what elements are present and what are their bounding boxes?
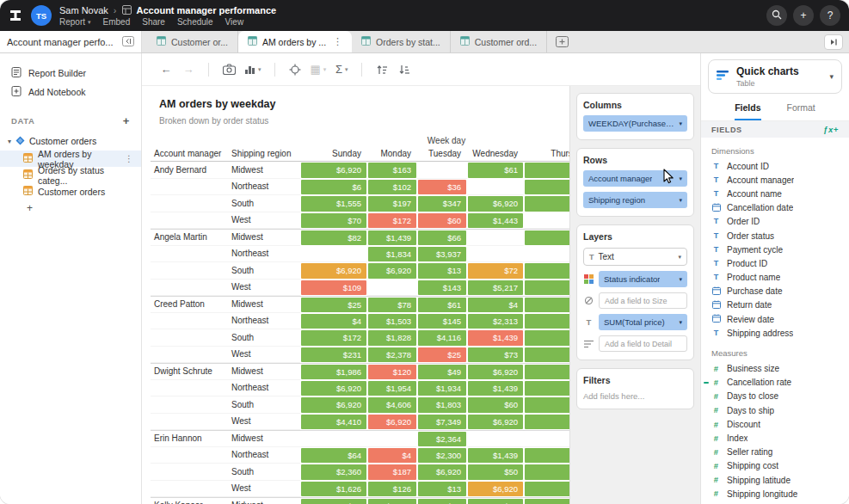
- value-cell[interactable]: [300, 246, 367, 263]
- undo-button[interactable]: ←: [156, 59, 176, 80]
- value-cell[interactable]: $6,920: [468, 196, 523, 212]
- filters-drop-zone[interactable]: Add fields here...: [583, 391, 687, 401]
- value-cell[interactable]: $6,920: [301, 163, 366, 178]
- measure-days-to-close[interactable]: #Days to close: [701, 390, 849, 403]
- sidebar-item-orders-by-status[interactable]: Orders by status categ...: [0, 167, 141, 183]
- value-cell[interactable]: $143: [418, 280, 466, 296]
- add-sheet-button[interactable]: +: [0, 200, 141, 214]
- value-cell[interactable]: [524, 212, 569, 230]
- drill-button[interactable]: [285, 59, 305, 80]
- value-cell[interactable]: [525, 280, 569, 296]
- chart-type-button[interactable]: ▾: [241, 59, 265, 80]
- value-cell[interactable]: [525, 365, 569, 379]
- redo-button[interactable]: →: [178, 59, 199, 80]
- value-cell[interactable]: $5,217: [468, 280, 523, 296]
- value-cell[interactable]: $1,439: [368, 230, 416, 245]
- item-menu-icon[interactable]: ⋮: [125, 154, 133, 163]
- value-cell[interactable]: $61: [418, 298, 466, 312]
- value-cell[interactable]: [467, 179, 524, 196]
- value-cell[interactable]: $163: [368, 163, 416, 178]
- value-cell[interactable]: $6,920: [468, 415, 523, 430]
- report-builder-item[interactable]: Report Builder: [0, 64, 141, 83]
- menu-report[interactable]: Report▾: [59, 18, 91, 27]
- tab-menu-icon[interactable]: ⋮: [333, 36, 342, 47]
- value-cell[interactable]: $1,443: [468, 213, 523, 229]
- workspace-avatar[interactable]: TS: [31, 5, 52, 26]
- menu-share[interactable]: Share: [142, 18, 165, 27]
- column-header-tuesday[interactable]: Tuesday: [417, 149, 467, 158]
- value-cell[interactable]: $4,410: [301, 415, 366, 430]
- value-cell[interactable]: $145: [418, 314, 466, 329]
- tab-customer-orders-1[interactable]: Customer or...: [147, 31, 238, 52]
- value-cell[interactable]: $2,364: [418, 432, 466, 446]
- measure-shipping-cost[interactable]: #Shipping cost: [701, 459, 849, 473]
- menu-view[interactable]: View: [225, 18, 244, 27]
- value-cell[interactable]: $1,954: [368, 381, 416, 396]
- value-cell[interactable]: [525, 263, 569, 279]
- value-cell[interactable]: $82: [301, 230, 366, 245]
- expand-panel-button[interactable]: [824, 34, 843, 50]
- value-cell[interactable]: [525, 330, 569, 346]
- value-cell[interactable]: $72: [468, 263, 523, 279]
- value-cell[interactable]: $73: [468, 347, 523, 363]
- dimension-account-id[interactable]: TAccount ID: [701, 159, 849, 173]
- value-cell[interactable]: $1,555: [301, 196, 366, 212]
- tab-format[interactable]: Format: [787, 102, 815, 120]
- value-cell[interactable]: $36: [418, 180, 466, 195]
- value-cell[interactable]: $126: [368, 482, 416, 497]
- value-cell[interactable]: $64: [301, 448, 366, 464]
- value-cell[interactable]: [525, 397, 569, 413]
- search-button[interactable]: [766, 5, 787, 26]
- value-cell[interactable]: $2,378: [368, 347, 416, 363]
- value-cell[interactable]: [525, 499, 569, 504]
- dimension-order-status[interactable]: TOrder status: [701, 229, 849, 243]
- help-button[interactable]: ?: [820, 5, 840, 26]
- measure-seller-rating[interactable]: #Seller rating: [701, 446, 849, 459]
- row-header-account-manager[interactable]: Account manager: [151, 149, 228, 158]
- value-cell[interactable]: [300, 431, 367, 447]
- value-cell[interactable]: $78: [418, 499, 466, 504]
- dimension-payment-cycle[interactable]: TPayment cycle: [701, 243, 849, 256]
- value-cell[interactable]: [525, 298, 569, 312]
- layer-type-select[interactable]: T Text ▾: [583, 248, 687, 266]
- value-cell[interactable]: [417, 162, 467, 179]
- value-cell[interactable]: $1,934: [418, 381, 466, 396]
- add-data-button[interactable]: +: [123, 115, 130, 126]
- dimension-review-date[interactable]: Review date: [701, 312, 849, 326]
- value-cell[interactable]: $1,439: [468, 330, 523, 346]
- value-cell[interactable]: $25: [418, 347, 466, 363]
- size-field-slot[interactable]: Add a field to Size: [599, 292, 687, 309]
- value-cell[interactable]: $49: [418, 365, 466, 379]
- value-cell[interactable]: $120: [368, 365, 416, 379]
- layout-button[interactable]: ▦▾: [307, 59, 330, 80]
- dimension-account-manager[interactable]: TAccount manager: [701, 173, 849, 187]
- value-cell[interactable]: $109: [301, 280, 366, 296]
- measure-shipping-latitude[interactable]: #Shipping latitude: [701, 473, 849, 487]
- measure-days-to-ship[interactable]: #Days to ship: [701, 403, 849, 417]
- value-cell[interactable]: $4,606: [368, 397, 416, 413]
- color-field-pill[interactable]: Status indicator▾: [599, 271, 687, 287]
- measure-shipping-longitude[interactable]: #Shipping longitude: [701, 487, 849, 501]
- value-cell[interactable]: $25: [301, 298, 366, 312]
- value-cell[interactable]: $3,937: [418, 247, 466, 262]
- add-button[interactable]: +: [793, 5, 814, 26]
- detail-field-slot[interactable]: Add a field to Detail: [599, 335, 687, 352]
- value-cell[interactable]: $60: [468, 397, 523, 413]
- column-header-sunday[interactable]: Sunday: [300, 149, 367, 158]
- value-cell[interactable]: $1,439: [468, 448, 523, 464]
- columns-field-pill[interactable]: WEEKDAY(Purchase date)▾: [583, 115, 687, 132]
- dimension-return-date[interactable]: Return date: [701, 298, 849, 312]
- dimension-order-id[interactable]: TOrder ID: [701, 215, 849, 229]
- add-notebook-item[interactable]: Add Notebook: [0, 83, 141, 101]
- new-tab-button[interactable]: [547, 31, 577, 52]
- tab-fields[interactable]: Fields: [735, 102, 760, 120]
- value-cell[interactable]: $13: [418, 263, 466, 279]
- value-cell[interactable]: [525, 448, 569, 464]
- value-cell[interactable]: $172: [301, 330, 366, 346]
- value-cell[interactable]: $61: [468, 163, 523, 178]
- value-cell[interactable]: $1,439: [468, 381, 523, 396]
- column-header-wednesday[interactable]: Wednesday: [467, 149, 524, 158]
- value-cell[interactable]: [524, 431, 569, 447]
- value-cell[interactable]: $4: [468, 298, 523, 312]
- sort-ascending-button[interactable]: [372, 59, 392, 80]
